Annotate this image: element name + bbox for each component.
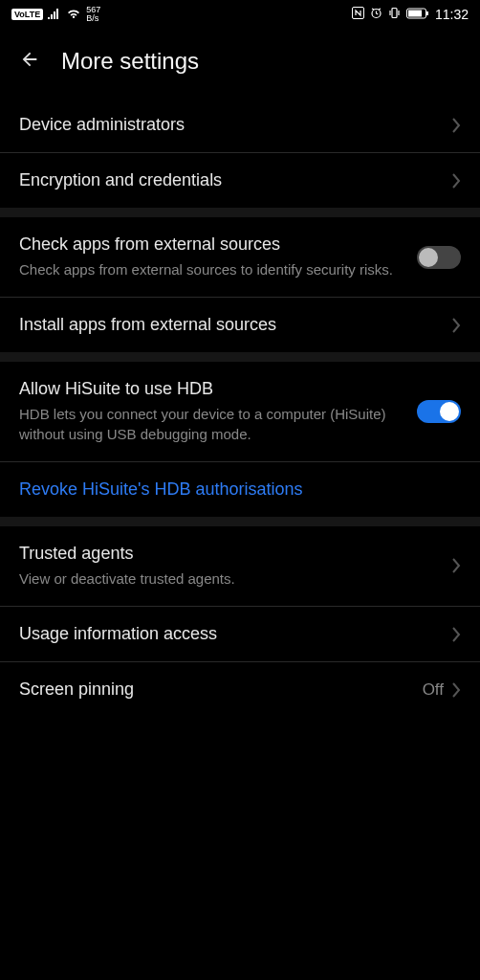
- nfc-icon: [352, 7, 364, 22]
- toggle-hisuite-hdb[interactable]: [417, 400, 461, 423]
- alarm-icon: [370, 7, 382, 22]
- row-subtitle: Check apps from external sources to iden…: [19, 260, 417, 279]
- row-encryption-credentials[interactable]: Encryption and credentials: [0, 153, 480, 208]
- status-right: 11:32: [352, 7, 469, 22]
- chevron-right-icon: [451, 172, 461, 189]
- settings-group-2: Check apps from external sources Check a…: [0, 217, 480, 352]
- clock: 11:32: [435, 7, 469, 22]
- row-title: Device administrators: [19, 115, 451, 135]
- settings-group-3: Allow HiSuite to use HDB HDB lets you co…: [0, 362, 480, 517]
- section-divider: [0, 208, 480, 217]
- chevron-right-icon: [451, 681, 461, 699]
- section-divider: [0, 517, 480, 526]
- wifi-icon: [66, 8, 81, 22]
- volte-badge: VoLTE: [11, 9, 43, 20]
- battery-icon: [406, 8, 429, 22]
- status-left: VoLTE 567 B/s: [11, 6, 100, 23]
- row-title: Usage information access: [19, 624, 451, 644]
- row-install-apps-external[interactable]: Install apps from external sources: [0, 298, 480, 352]
- toggle-check-apps[interactable]: [417, 246, 461, 269]
- arrow-left-icon: [19, 49, 40, 70]
- row-title: Allow HiSuite to use HDB: [19, 379, 417, 399]
- row-title: Check apps from external sources: [19, 234, 417, 255]
- signal-icon: [48, 8, 61, 22]
- row-usage-information-access[interactable]: Usage information access: [0, 607, 480, 662]
- row-subtitle: HDB lets you connect your device to a co…: [19, 405, 417, 444]
- row-value: Off: [423, 680, 444, 700]
- svg-rect-2: [392, 9, 397, 18]
- row-revoke-hdb-auth[interactable]: Revoke HiSuite's HDB authorisations: [0, 462, 480, 517]
- svg-rect-5: [408, 10, 422, 16]
- section-divider: [0, 352, 480, 362]
- row-check-apps-external[interactable]: Check apps from external sources Check a…: [0, 217, 480, 298]
- row-device-administrators[interactable]: Device administrators: [0, 98, 480, 153]
- row-allow-hisuite-hdb[interactable]: Allow HiSuite to use HDB HDB lets you co…: [0, 362, 480, 462]
- row-subtitle: View or deactivate trusted agents.: [19, 569, 451, 589]
- svg-rect-4: [426, 11, 428, 15]
- vibrate-icon: [388, 7, 401, 22]
- settings-group-1: Device administrators Encryption and cre…: [0, 98, 480, 208]
- link-text: Revoke HiSuite's HDB authorisations: [19, 479, 303, 499]
- row-title: Encryption and credentials: [19, 170, 451, 190]
- row-title: Screen pinning: [19, 679, 423, 700]
- chevron-right-icon: [451, 626, 461, 643]
- row-screen-pinning[interactable]: Screen pinning Off: [0, 662, 480, 717]
- title-bar: More settings: [0, 29, 480, 98]
- page-title: More settings: [61, 48, 199, 75]
- chevron-right-icon: [451, 557, 461, 574]
- status-bar: VoLTE 567 B/s 11:32: [0, 0, 480, 29]
- settings-group-4: Trusted agents View or deactivate truste…: [0, 526, 480, 723]
- row-title: Install apps from external sources: [19, 315, 451, 335]
- net-speed: 567 B/s: [86, 6, 100, 23]
- back-button[interactable]: [19, 49, 40, 74]
- row-trusted-agents[interactable]: Trusted agents View or deactivate truste…: [0, 526, 480, 607]
- chevron-right-icon: [451, 117, 461, 134]
- row-title: Trusted agents: [19, 544, 451, 564]
- chevron-right-icon: [451, 317, 461, 334]
